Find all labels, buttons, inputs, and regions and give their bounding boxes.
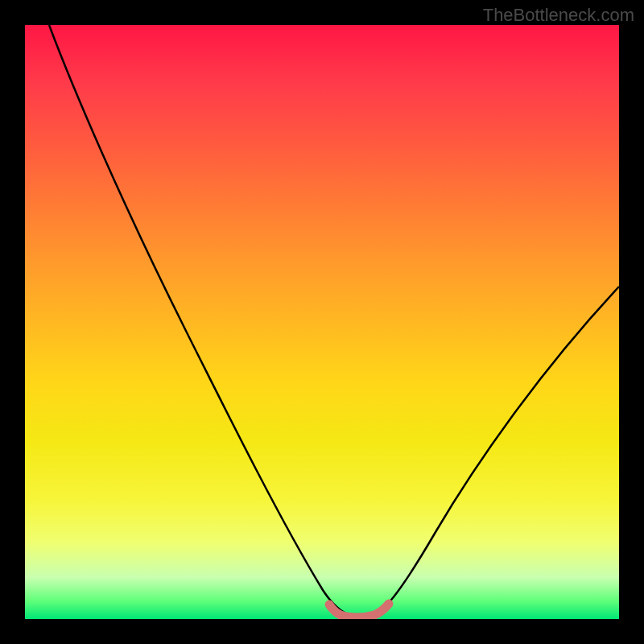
main-curve [49, 25, 619, 617]
watermark-text: TheBottleneck.com [483, 5, 634, 26]
bottleneck-chart [25, 25, 619, 619]
bottom-marker-line [329, 604, 389, 617]
